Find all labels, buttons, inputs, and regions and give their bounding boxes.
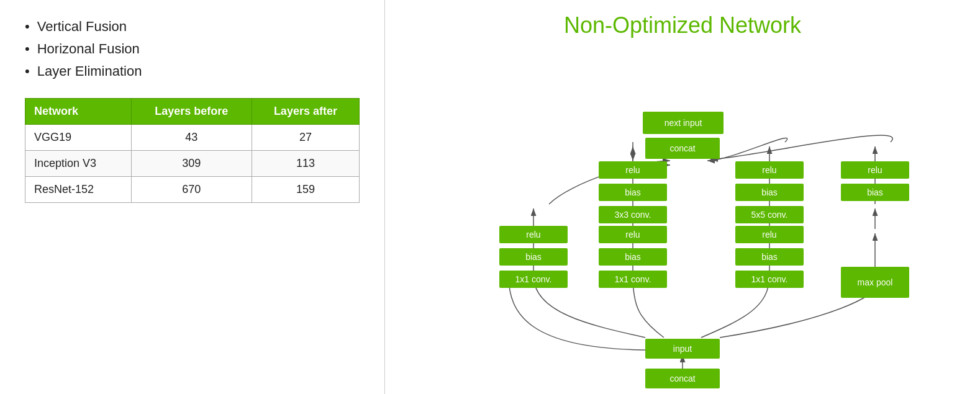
cell-before-1: 309 — [131, 151, 252, 177]
right-panel: Non-Optimized Network — [385, 0, 980, 394]
node-relu-col1: relu — [499, 226, 568, 243]
node-max-pool: max pool — [841, 267, 909, 298]
node-relu-col2a: relu — [599, 161, 667, 179]
cell-network-2: ResNet-152 — [25, 177, 132, 203]
node-bias-col4: bias — [841, 184, 909, 201]
network-table: Network Layers before Layers after VGG19… — [25, 98, 360, 203]
node-conv5x5: 5x5 conv. — [735, 206, 804, 223]
node-concat-top: concat — [645, 138, 720, 159]
node-concat-bottom: concat — [645, 369, 720, 388]
table-row: ResNet-152 670 159 — [25, 177, 360, 203]
cell-before-2: 670 — [131, 177, 252, 203]
node-bias-col3a: bias — [735, 184, 804, 201]
th-network: Network — [25, 99, 132, 125]
left-panel: Vertical Fusion Horizonal Fusion Layer E… — [0, 0, 385, 394]
cell-network-1: Inception V3 — [25, 151, 132, 177]
cell-network-0: VGG19 — [25, 125, 132, 151]
diagram-area: concat input 1x1 conv. bias relu 1x1 con… — [403, 46, 962, 388]
node-next-input: next input — [643, 112, 724, 134]
th-layers-before: Layers before — [131, 99, 252, 125]
node-conv1x1-col1: 1x1 conv. — [499, 271, 568, 288]
cell-after-2: 159 — [252, 177, 359, 203]
node-bias-col3b: bias — [735, 248, 804, 266]
bullet-item-3: Layer Elimination — [25, 63, 360, 79]
node-input: input — [645, 339, 720, 359]
bullet-list: Vertical Fusion Horizonal Fusion Layer E… — [25, 19, 360, 79]
arrows-svg — [403, 46, 962, 388]
node-conv1x1-col2b: 1x1 conv. — [599, 271, 667, 288]
node-conv3x3: 3x3 conv. — [599, 206, 667, 223]
th-layers-after: Layers after — [252, 99, 359, 125]
bullet-item-2: Horizonal Fusion — [25, 41, 360, 57]
node-bias-col1: bias — [499, 248, 568, 266]
node-bias-col2a: bias — [599, 184, 667, 201]
node-relu-col2b: relu — [599, 226, 667, 243]
node-conv1x1-col3b: 1x1 conv. — [735, 271, 804, 288]
cell-before-0: 43 — [131, 125, 252, 151]
table-row: Inception V3 309 113 — [25, 151, 360, 177]
node-bias-col2b: bias — [599, 248, 667, 266]
node-relu-col4: relu — [841, 161, 909, 179]
table-row: VGG19 43 27 — [25, 125, 360, 151]
cell-after-1: 113 — [252, 151, 359, 177]
bullet-item-1: Vertical Fusion — [25, 19, 360, 35]
diagram-title: Non-Optimized Network — [564, 12, 801, 38]
node-relu-col3a: relu — [735, 161, 804, 179]
node-relu-col3b: relu — [735, 226, 804, 243]
cell-after-0: 27 — [252, 125, 359, 151]
